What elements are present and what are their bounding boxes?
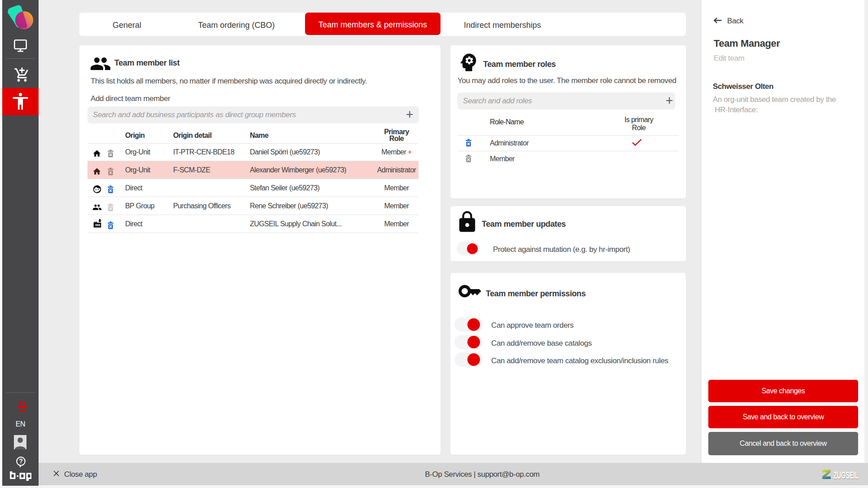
svg-text:?: ? [19,457,23,465]
